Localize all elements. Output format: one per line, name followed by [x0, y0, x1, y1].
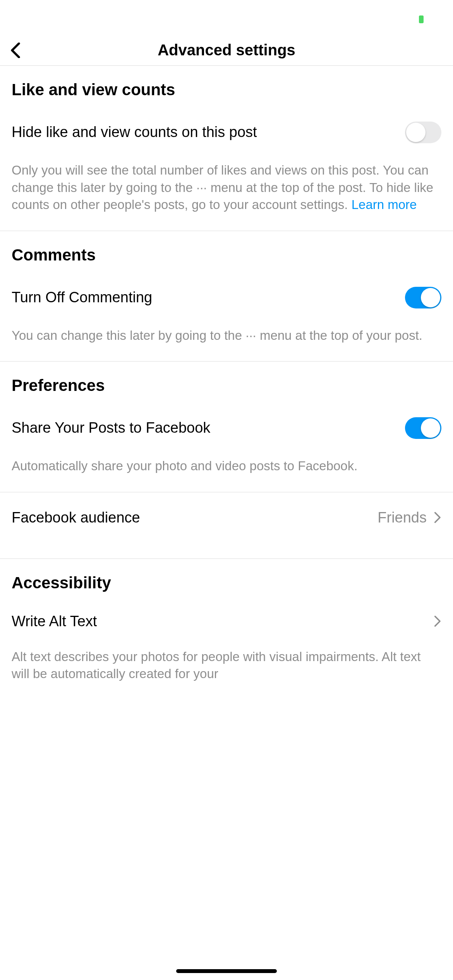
- section-comments: Comments Turn Off Commenting You can cha…: [0, 231, 453, 362]
- section-preferences: Preferences Share Your Posts to Facebook…: [0, 362, 453, 492]
- description-hide-likes: Only you will see the total number of li…: [12, 147, 441, 231]
- section-likes: Like and view counts Hide like and view …: [0, 66, 453, 231]
- nav-row-facebook-audience[interactable]: Facebook audience Friends: [0, 492, 453, 543]
- section-accessibility-desc: Alt text describes your photos for peopl…: [0, 634, 453, 700]
- toggle-knob: [421, 418, 440, 438]
- toggle-knob: [421, 288, 440, 307]
- section-title-accessibility: Accessibility: [12, 559, 441, 596]
- nav-label-alt-text: Write Alt Text: [12, 613, 433, 630]
- toggle-knob: [406, 123, 426, 142]
- toggle-commenting[interactable]: [405, 287, 441, 308]
- description-share-facebook: Automatically share your photo and video…: [12, 443, 441, 492]
- setting-row-commenting: Turn Off Commenting: [12, 268, 441, 312]
- home-indicator[interactable]: [176, 969, 277, 973]
- toggle-share-facebook[interactable]: [405, 417, 441, 439]
- status-bar: [0, 0, 453, 35]
- battery-indicator-icon: [419, 15, 424, 23]
- description-commenting: You can change this later by going to th…: [12, 312, 441, 362]
- nav-value-facebook-audience: Friends: [378, 509, 427, 526]
- section-title-preferences: Preferences: [12, 362, 441, 399]
- setting-label-share-facebook: Share Your Posts to Facebook: [12, 419, 397, 437]
- setting-label-commenting: Turn Off Commenting: [12, 289, 397, 307]
- setting-row-share-facebook: Share Your Posts to Facebook: [12, 399, 441, 443]
- page-title: Advanced settings: [0, 41, 453, 59]
- setting-row-hide-likes: Hide like and view counts on this post: [12, 103, 441, 147]
- section-title-likes: Like and view counts: [12, 66, 441, 103]
- chevron-right-icon: [433, 615, 441, 627]
- nav-row-alt-text[interactable]: Write Alt Text: [0, 596, 453, 634]
- nav-label-facebook-audience: Facebook audience: [12, 509, 378, 526]
- toggle-hide-likes[interactable]: [405, 122, 441, 143]
- header: Advanced settings: [0, 35, 453, 66]
- section-accessibility: Accessibility: [0, 559, 453, 596]
- learn-more-link[interactable]: Learn more: [352, 197, 417, 212]
- chevron-right-icon: [433, 511, 441, 524]
- description-alt-text: Alt text describes your photos for peopl…: [12, 634, 441, 700]
- back-button[interactable]: [7, 42, 24, 59]
- section-title-comments: Comments: [12, 231, 441, 268]
- setting-label-hide-likes: Hide like and view counts on this post: [12, 123, 397, 141]
- chevron-left-icon: [10, 43, 21, 58]
